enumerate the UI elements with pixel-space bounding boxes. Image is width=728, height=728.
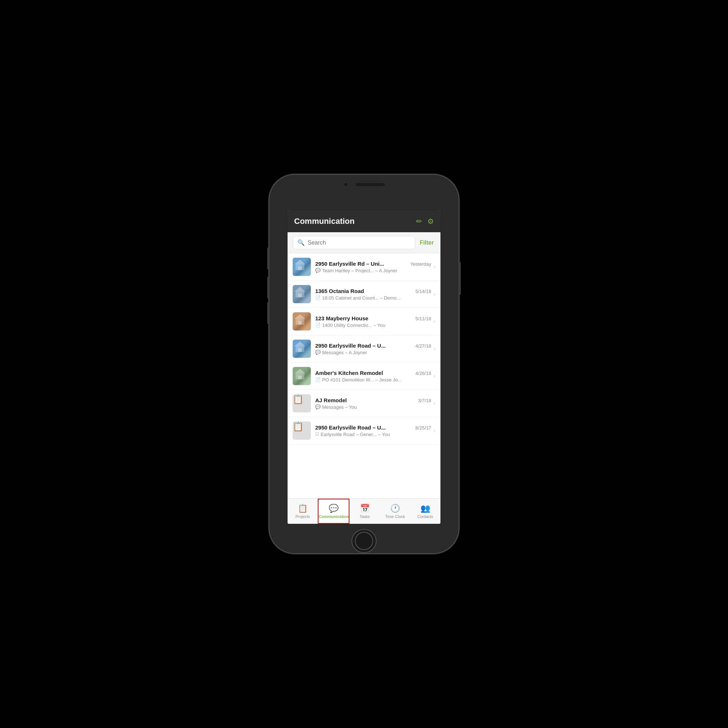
- item-thumbnail: 📋: [293, 394, 311, 412]
- chevron-right-icon: ›: [434, 291, 435, 297]
- chevron-right-icon: ›: [434, 427, 435, 434]
- subtitle-text: 18.05 Cabinet and Count... – Demo...: [322, 295, 401, 301]
- subtitle-type-icon: 📄: [315, 295, 321, 300]
- svg-rect-5: [298, 294, 302, 297]
- item-title: AJ Remodel: [315, 397, 347, 403]
- subtitle-type-icon: 💬: [315, 268, 321, 273]
- search-bar: 🔍 Filter: [288, 232, 440, 253]
- item-date: 4/27/18: [415, 343, 431, 349]
- item-title: Amber's Kitchen Remodel: [315, 370, 383, 376]
- bottom-navigation: 📋Projects💬Communication📅Tasks🕐Time Clock…: [288, 498, 440, 524]
- item-date: 8/25/17: [415, 425, 431, 431]
- communication-nav-icon: 💬: [329, 504, 338, 513]
- item-title: 2950 Earlysville Rd – Uni...: [315, 261, 384, 267]
- list-item[interactable]: 📋2950 Earlysville Road – U...8/25/17☑Ear…: [288, 417, 440, 444]
- item-date: 5/14/18: [415, 289, 431, 294]
- list-item[interactable]: 1365 Octania Road5/14/18📄18.05 Cabinet a…: [288, 281, 440, 308]
- subtitle-text: PO #101 Demolition W... – Jesse Jo...: [322, 377, 402, 382]
- subtitle-text: Team Hartley – Project... – A Joyner: [322, 268, 398, 273]
- svg-marker-9: [294, 341, 305, 346]
- list-item[interactable]: 📋AJ Remodel3/7/18💬Messages – You›: [288, 390, 440, 417]
- list-item[interactable]: 2950 Earlysville Rd – Uni...Yesterday💬Te…: [288, 253, 440, 281]
- item-subtitle: 📄PO #101 Demolition W... – Jesse Jo...: [315, 377, 431, 382]
- item-subtitle: 📄1400 Utility Connectio... – You: [315, 323, 431, 328]
- phone-screen: Communication ✏ ⚙ 🔍 Filter: [288, 210, 440, 524]
- chevron-right-icon: ›: [434, 318, 435, 325]
- item-title: 2950 Earlysville Road – U...: [315, 424, 385, 431]
- home-button[interactable]: [351, 529, 377, 553]
- compose-icon[interactable]: ✏: [416, 217, 422, 226]
- item-date: 5/11/18: [415, 316, 431, 321]
- subtitle-type-icon: 💬: [315, 350, 321, 355]
- svg-rect-8: [298, 321, 302, 325]
- item-thumbnail: [293, 285, 311, 303]
- timeclock-nav-label: Time Clock: [385, 514, 405, 519]
- svg-rect-2: [298, 266, 302, 270]
- item-content: Amber's Kitchen Remodel4/26/18📄PO #101 D…: [315, 370, 431, 382]
- item-thumbnail: [293, 367, 311, 385]
- item-top-row: 1365 Octania Road5/14/18: [315, 288, 431, 294]
- list-item[interactable]: 2950 Earlysville Road – U...4/27/18💬Mess…: [288, 335, 440, 362]
- svg-marker-6: [294, 314, 305, 319]
- item-top-row: AJ Remodel3/7/18: [315, 397, 431, 403]
- item-content: AJ Remodel3/7/18💬Messages – You: [315, 397, 431, 410]
- item-content: 2950 Earlysville Rd – Uni...Yesterday💬Te…: [315, 261, 431, 273]
- subtitle-text: Earlysville Road – Gener... – You: [321, 432, 390, 437]
- item-thumbnail: [293, 258, 311, 276]
- svg-rect-14: [298, 376, 302, 379]
- item-title: 1365 Octania Road: [315, 288, 364, 294]
- clipboard-icon: 📋: [293, 422, 304, 431]
- page-title: Communication: [294, 217, 355, 226]
- chevron-right-icon: ›: [434, 263, 435, 270]
- svg-rect-11: [298, 348, 302, 352]
- tasks-nav-icon: 📅: [360, 504, 370, 513]
- item-title: 123 Mayberry House: [315, 315, 369, 321]
- nav-item-communication[interactable]: 💬Communication: [318, 499, 349, 524]
- camera: [343, 182, 348, 187]
- svg-marker-12: [294, 369, 305, 373]
- item-subtitle: 💬Team Hartley – Project... – A Joyner: [315, 268, 431, 273]
- item-thumbnail: [293, 340, 311, 358]
- nav-item-timeclock[interactable]: 🕐Time Clock: [380, 499, 410, 524]
- speaker: [356, 183, 385, 186]
- app-screen: Communication ✏ ⚙ 🔍 Filter: [288, 210, 440, 524]
- subtitle-type-icon: ☑: [315, 432, 319, 437]
- subtitle-type-icon: 📄: [315, 377, 321, 382]
- phone-device: Communication ✏ ⚙ 🔍 Filter: [269, 175, 459, 553]
- list-item[interactable]: 123 Mayberry House5/11/18📄1400 Utility C…: [288, 308, 440, 335]
- list-item[interactable]: Amber's Kitchen Remodel4/26/18📄PO #101 D…: [288, 362, 440, 390]
- search-input[interactable]: [307, 240, 411, 246]
- subtitle-text: 1400 Utility Connectio... – You: [322, 323, 385, 328]
- communication-nav-label: Communication: [318, 514, 349, 519]
- item-thumbnail: 📋: [293, 422, 311, 440]
- contacts-nav-label: Contacts: [418, 514, 433, 519]
- item-content: 1365 Octania Road5/14/18📄18.05 Cabinet a…: [315, 288, 431, 301]
- projects-nav-label: Projects: [295, 514, 310, 519]
- chevron-right-icon: ›: [434, 400, 435, 407]
- item-top-row: Amber's Kitchen Remodel4/26/18: [315, 370, 431, 376]
- item-subtitle: 📄18.05 Cabinet and Count... – Demo...: [315, 295, 431, 301]
- item-content: 123 Mayberry House5/11/18📄1400 Utility C…: [315, 315, 431, 328]
- item-subtitle: ☑Earlysville Road – Gener... – You: [315, 432, 431, 437]
- item-top-row: 2950 Earlysville Rd – Uni...Yesterday: [315, 261, 431, 267]
- projects-nav-icon: 📋: [298, 504, 307, 513]
- item-top-row: 2950 Earlysville Road – U...4/27/18: [315, 343, 431, 349]
- app-header: Communication ✏ ⚙: [288, 210, 440, 232]
- settings-icon[interactable]: ⚙: [427, 217, 434, 226]
- item-top-row: 2950 Earlysville Road – U...8/25/17: [315, 424, 431, 431]
- subtitle-text: Messages – You: [322, 404, 357, 410]
- item-date: Yesterday: [410, 262, 431, 267]
- item-title: 2950 Earlysville Road – U...: [315, 343, 385, 349]
- item-top-row: 123 Mayberry House5/11/18: [315, 315, 431, 321]
- svg-marker-0: [294, 260, 305, 264]
- nav-item-projects[interactable]: 📋Projects: [288, 499, 318, 524]
- search-input-wrapper[interactable]: 🔍: [293, 236, 415, 249]
- item-content: 2950 Earlysville Road – U...8/25/17☑Earl…: [315, 424, 431, 437]
- phone-top-bar: [343, 182, 385, 187]
- nav-item-contacts[interactable]: 👥Contacts: [410, 499, 440, 524]
- nav-item-tasks[interactable]: 📅Tasks: [349, 499, 380, 524]
- subtitle-type-icon: 📄: [315, 323, 321, 327]
- clipboard-icon: 📋: [293, 394, 304, 404]
- filter-button[interactable]: Filter: [418, 238, 435, 248]
- item-subtitle: 💬Messages – You: [315, 404, 431, 410]
